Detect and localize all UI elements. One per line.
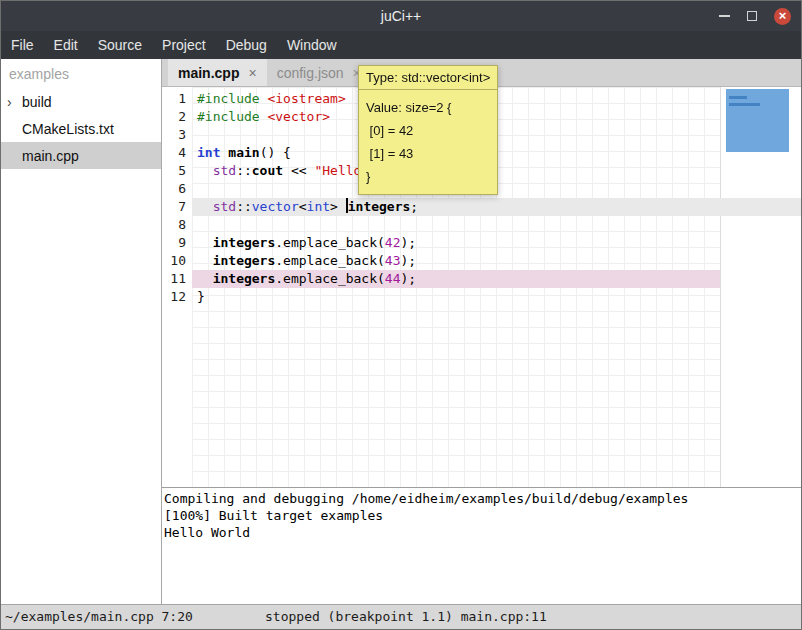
line-number[interactable]: 5 xyxy=(162,162,192,180)
tree-item-label: build xyxy=(22,94,52,110)
overview-thumbnail xyxy=(726,89,789,152)
tree-item-label: main.cpp xyxy=(22,148,79,164)
restore-button[interactable] xyxy=(747,11,757,21)
project-name: examples xyxy=(1,59,161,88)
menu-item-debug[interactable]: Debug xyxy=(216,31,277,59)
tab-main-cpp[interactable]: main.cpp× xyxy=(168,59,267,86)
line-number[interactable]: 11 xyxy=(162,270,192,288)
line-number[interactable]: 3 xyxy=(162,126,192,144)
code-text[interactable]: integers.emplace_back(42); xyxy=(192,234,416,252)
debug-value-tooltip: Type: std::vector<int> Value: size=2 { [… xyxy=(358,65,498,195)
menu-item-window[interactable]: Window xyxy=(277,31,347,59)
tree-item-main-cpp[interactable]: main.cpp xyxy=(1,142,161,169)
expander-icon[interactable]: › xyxy=(7,94,22,110)
status-bar: ~/examples/main.cpp 7:20 stopped (breakp… xyxy=(1,604,801,629)
code-text[interactable]: } xyxy=(192,288,205,306)
editor-line-8: 8 xyxy=(162,216,801,234)
tree-item-cmakelists-txt[interactable]: CMakeLists.txt xyxy=(1,115,161,142)
code-text[interactable]: int main() { xyxy=(192,144,291,162)
tooltip-value-section: Value: size=2 { [0] = 42 [1] = 43} xyxy=(358,90,498,195)
terminal-line: Hello World xyxy=(164,524,801,541)
line-number[interactable]: 4 xyxy=(162,144,192,162)
tab-label: config.json xyxy=(277,65,344,81)
code-text[interactable] xyxy=(192,180,197,198)
tooltip-value-line: [0] = 42 xyxy=(366,119,490,142)
tooltip-value-line: [1] = 43 xyxy=(366,142,490,165)
tooltip-type-line: Type: std::vector<int> xyxy=(358,65,498,90)
menu-bar: FileEditSourceProjectDebugWindow xyxy=(1,31,801,59)
output-terminal[interactable]: Compiling and debugging /home/eidheim/ex… xyxy=(162,487,801,604)
tooltip-value-line: } xyxy=(366,165,490,188)
terminal-line: Compiling and debugging /home/eidheim/ex… xyxy=(164,490,801,507)
menu-item-project[interactable]: Project xyxy=(152,31,216,59)
tree-item-build[interactable]: ›build xyxy=(1,88,161,115)
close-button[interactable]: × xyxy=(774,8,791,25)
menu-item-source[interactable]: Source xyxy=(88,31,152,59)
code-text[interactable]: #include <vector> xyxy=(192,108,330,126)
line-number[interactable]: 12 xyxy=(162,288,192,306)
tooltip-value-line: Value: size=2 { xyxy=(366,96,490,119)
overview-line xyxy=(729,103,760,106)
code-text[interactable]: integers.emplace_back(44); xyxy=(192,270,720,288)
status-file-position: ~/examples/main.cpp 7:20 xyxy=(5,605,193,628)
app-window: juCi++ × FileEditSourceProjectDebugWindo… xyxy=(0,0,802,630)
window-controls: × xyxy=(719,1,791,31)
window-title: juCi++ xyxy=(1,1,801,31)
code-text[interactable]: std::vector<int> integers; xyxy=(192,198,801,216)
file-tree-panel: examples ›buildCMakeLists.txtmain.cpp xyxy=(1,59,162,604)
close-icon: × xyxy=(779,8,787,24)
terminal-line: [100%] Built target examples xyxy=(164,507,801,524)
status-debug-state: stopped (breakpoint 1.1) main.cpp:11 xyxy=(265,605,547,628)
overview-line xyxy=(729,96,747,99)
line-number[interactable]: 6 xyxy=(162,180,192,198)
editor-line-9: 9 integers.emplace_back(42); xyxy=(162,234,801,252)
line-number[interactable]: 2 xyxy=(162,108,192,126)
line-number[interactable]: 8 xyxy=(162,216,192,234)
editor-line-7: 7 std::vector<int> integers; xyxy=(162,198,801,216)
tab-label: main.cpp xyxy=(178,65,239,81)
code-text[interactable]: #include <iostream> xyxy=(192,90,346,108)
code-text[interactable] xyxy=(192,126,197,144)
menu-item-edit[interactable]: Edit xyxy=(44,31,88,59)
minimize-icon xyxy=(719,15,730,17)
title-bar[interactable]: juCi++ × xyxy=(1,1,801,31)
line-number[interactable]: 7 xyxy=(162,198,192,216)
code-text[interactable]: integers.emplace_back(43); xyxy=(192,252,416,270)
line-number[interactable]: 10 xyxy=(162,252,192,270)
editor-line-12: 12} xyxy=(162,288,801,306)
restore-icon xyxy=(747,11,757,21)
file-tree: ›buildCMakeLists.txtmain.cpp xyxy=(1,88,161,169)
minimize-button[interactable] xyxy=(719,15,730,17)
tree-item-label: CMakeLists.txt xyxy=(22,121,114,137)
code-text[interactable] xyxy=(192,216,197,234)
line-number[interactable]: 9 xyxy=(162,234,192,252)
editor-line-10: 10 integers.emplace_back(43); xyxy=(162,252,801,270)
line-number[interactable]: 1 xyxy=(162,90,192,108)
tab-config-json[interactable]: config.json× xyxy=(267,59,371,86)
menu-item-file[interactable]: File xyxy=(1,31,44,59)
editor-line-11: 11 integers.emplace_back(44); xyxy=(162,270,801,288)
tab-close-icon[interactable]: × xyxy=(248,65,256,81)
